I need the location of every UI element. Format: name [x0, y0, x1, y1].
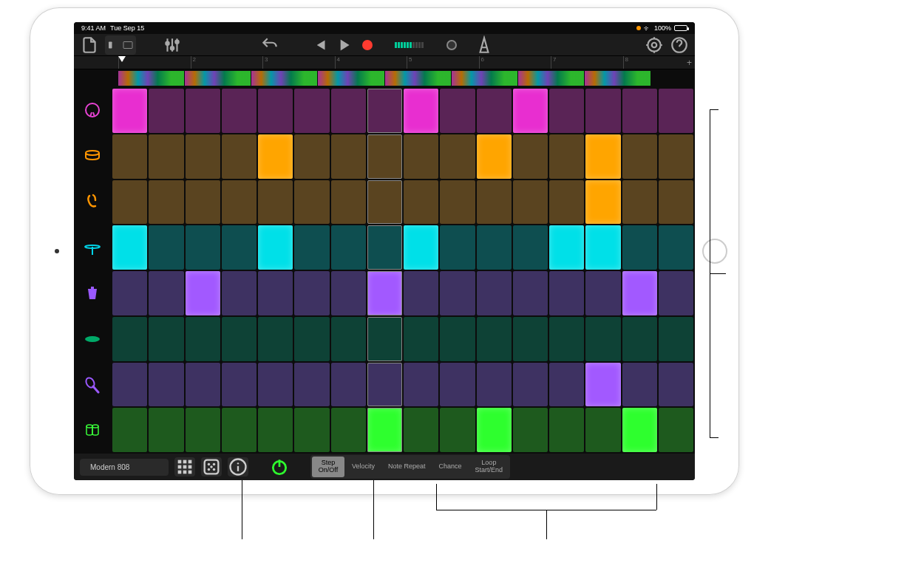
step-cell[interactable] [477, 134, 512, 179]
step-cell[interactable] [477, 89, 512, 133]
step-cell[interactable] [440, 408, 475, 452]
step-cell[interactable] [513, 180, 548, 225]
step-cell[interactable] [622, 271, 657, 315]
step-cell[interactable] [513, 134, 548, 179]
instrument-hihat[interactable] [74, 225, 111, 270]
step-cell[interactable] [513, 271, 548, 315]
step-cell[interactable] [294, 317, 329, 361]
step-cell[interactable] [513, 89, 548, 133]
step-cell[interactable] [367, 134, 402, 179]
step-cell[interactable] [585, 225, 620, 270]
step-cell[interactable] [404, 408, 438, 452]
step-cell[interactable] [585, 180, 620, 225]
metronome-button[interactable] [475, 37, 494, 53]
timeline-ruler[interactable]: 1 2 3 4 5 6 7 8 + [74, 56, 695, 69]
step-cell[interactable] [222, 271, 257, 315]
step-cell[interactable] [622, 408, 657, 452]
step-cell[interactable] [112, 408, 147, 452]
step-cell[interactable] [622, 363, 657, 407]
edit-mode-loop[interactable]: LoopStart/End [469, 457, 509, 477]
step-cell[interactable] [585, 363, 620, 407]
step-cell[interactable] [331, 363, 366, 407]
step-cell[interactable] [222, 225, 257, 270]
step-cell[interactable] [549, 363, 584, 407]
step-cell[interactable] [149, 317, 183, 361]
edit-mode-chance[interactable]: Chance [433, 457, 468, 477]
step-cell[interactable] [112, 317, 147, 361]
step-cell[interactable] [367, 180, 402, 225]
step-cell[interactable] [659, 271, 693, 315]
step-cell[interactable] [222, 408, 257, 452]
step-cell[interactable] [477, 317, 512, 361]
step-cell[interactable] [513, 363, 548, 407]
step-cell[interactable] [513, 225, 548, 270]
step-cell[interactable] [622, 180, 657, 225]
step-cell[interactable] [513, 317, 548, 361]
instrument-shaker[interactable] [74, 362, 111, 408]
step-cell[interactable] [659, 89, 693, 133]
step-cell[interactable] [149, 134, 183, 179]
step-cell[interactable] [477, 271, 512, 315]
step-cell[interactable] [186, 317, 220, 361]
step-cell[interactable] [477, 408, 512, 452]
step-cell[interactable] [222, 134, 257, 179]
step-cell[interactable] [440, 363, 475, 407]
step-cell[interactable] [440, 271, 475, 315]
step-cell[interactable] [222, 317, 257, 361]
step-cell[interactable] [112, 89, 147, 133]
playhead-icon[interactable] [118, 56, 126, 62]
step-cell[interactable] [294, 225, 329, 270]
step-cell[interactable] [367, 363, 402, 407]
step-cell[interactable] [549, 271, 584, 315]
instrument-kick[interactable] [74, 87, 111, 133]
step-cell[interactable] [549, 225, 584, 270]
step-cell[interactable] [367, 225, 402, 270]
step-cell[interactable] [222, 180, 257, 225]
instrument-snare[interactable] [74, 133, 111, 179]
step-cell[interactable] [149, 271, 183, 315]
step-cell[interactable] [149, 408, 183, 452]
step-cell[interactable] [477, 180, 512, 225]
step-cell[interactable] [258, 89, 293, 133]
step-cell[interactable] [186, 408, 220, 452]
step-cell[interactable] [440, 225, 475, 270]
step-cell[interactable] [585, 134, 620, 179]
step-cell[interactable] [331, 134, 366, 179]
edit-mode-velocity[interactable]: Velocity [346, 457, 381, 477]
step-cell[interactable] [404, 271, 438, 315]
patterns-button[interactable] [174, 457, 195, 476]
step-cell[interactable] [294, 180, 329, 225]
step-cell[interactable] [549, 89, 584, 133]
settings-button[interactable] [645, 37, 664, 53]
step-cell[interactable] [585, 317, 620, 361]
step-cell[interactable] [331, 271, 366, 315]
step-cell[interactable] [659, 363, 693, 407]
step-cell[interactable] [549, 180, 584, 225]
go-to-beginning-button[interactable] [310, 37, 330, 53]
kit-name-button[interactable]: Modern 808 [80, 459, 169, 476]
step-cell[interactable] [331, 225, 366, 270]
step-cell[interactable] [477, 363, 512, 407]
info-button[interactable] [228, 457, 248, 476]
add-section-button[interactable]: + [687, 58, 692, 68]
play-pattern-button[interactable] [269, 457, 290, 477]
step-cell[interactable] [622, 317, 657, 361]
browser-button[interactable] [105, 35, 136, 55]
step-cell[interactable] [294, 89, 329, 133]
step-cell[interactable] [149, 89, 183, 133]
step-cell[interactable] [659, 317, 693, 361]
step-cell[interactable] [367, 317, 402, 361]
step-cell[interactable] [367, 408, 402, 452]
help-button[interactable] [670, 37, 689, 53]
step-cell[interactable] [186, 271, 220, 315]
edit-mode-step[interactable]: StepOn/Off [312, 457, 344, 477]
step-cell[interactable] [367, 89, 402, 133]
randomize-button[interactable] [201, 457, 222, 476]
step-cell[interactable] [404, 363, 438, 407]
step-cell[interactable] [659, 408, 693, 452]
ipad-home-button[interactable] [702, 239, 727, 264]
step-cell[interactable] [186, 225, 220, 270]
step-cell[interactable] [404, 225, 438, 270]
step-cell[interactable] [440, 134, 475, 179]
instrument-cowbell[interactable] [74, 270, 111, 316]
